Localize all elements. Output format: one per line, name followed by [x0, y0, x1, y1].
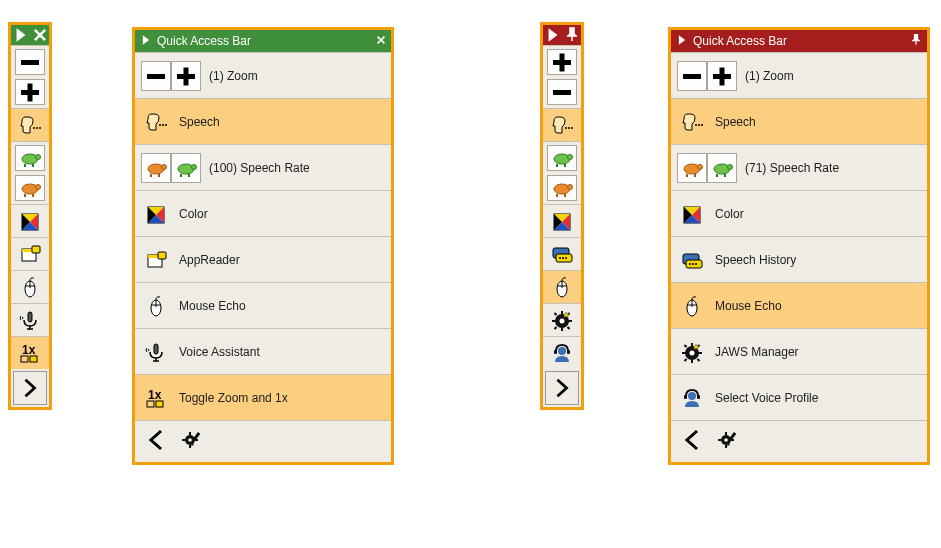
panel-row-speech-rate[interactable]: (100) Speech Rate — [135, 144, 391, 190]
turtle-orange-icon[interactable] — [15, 175, 45, 201]
appreader-icon[interactable] — [15, 241, 45, 267]
nav-back-button[interactable] — [681, 429, 703, 454]
turtle-green-icon[interactable] — [171, 153, 201, 183]
mouse-icon[interactable] — [677, 291, 707, 321]
panel-row-label: Select Voice Profile — [715, 391, 818, 405]
vbar-item-mouse-echo[interactable] — [11, 270, 49, 303]
panel-row-label: Color — [179, 207, 208, 221]
minus-icon[interactable] — [15, 49, 45, 75]
mouse-icon[interactable] — [141, 291, 171, 321]
gear-star-icon[interactable] — [547, 307, 577, 333]
panel-row-voice-assistant[interactable]: Voice Assistant — [135, 328, 391, 374]
nav-back-button[interactable] — [145, 429, 167, 454]
vbar-item-speech-rate[interactable] — [11, 141, 49, 204]
panel-row-speech[interactable]: Speech — [135, 98, 391, 144]
expand-arrow-icon[interactable] — [543, 25, 563, 45]
pin-icon[interactable] — [563, 25, 581, 45]
panel-row-mouse-echo[interactable]: Mouse Echo — [671, 282, 927, 328]
panel-header: Quick Access Bar — [671, 30, 927, 52]
mouse-icon[interactable] — [547, 274, 577, 300]
mouse-icon[interactable] — [15, 274, 45, 300]
one-x-icon[interactable] — [15, 340, 45, 366]
appreader-icon[interactable] — [141, 245, 171, 275]
turtle-green-icon[interactable] — [707, 153, 737, 183]
panel-row-label: Speech History — [715, 253, 796, 267]
person-headset-icon[interactable] — [547, 340, 577, 366]
quick-access-vertical-bar-left — [8, 22, 52, 410]
vbar-item-speech-rate[interactable] — [543, 141, 581, 204]
panel-row-zoom[interactable]: (1) Zoom — [671, 52, 927, 98]
plus-icon[interactable] — [547, 49, 577, 75]
quick-access-panel-right: Quick Access Bar (1) ZoomSpeech(71) Spee… — [668, 27, 930, 465]
turtle-green-icon[interactable] — [547, 145, 577, 171]
panel-row-speech[interactable]: Speech — [671, 98, 927, 144]
quick-access-vertical-bar-right — [540, 22, 584, 410]
vbar-item-zoom[interactable] — [543, 45, 581, 108]
panel-row-color[interactable]: Color — [135, 190, 391, 236]
expand-arrow-icon[interactable] — [11, 25, 31, 45]
one-x-icon[interactable] — [141, 383, 171, 413]
panel-logo-icon — [675, 33, 689, 50]
panel-row-label: Speech — [715, 115, 756, 129]
panel-row-appreader[interactable]: AppReader — [135, 236, 391, 282]
minus-icon[interactable] — [677, 61, 707, 91]
turtle-orange-icon[interactable] — [677, 153, 707, 183]
mic-icon[interactable] — [15, 307, 45, 333]
panel-row-label: Toggle Zoom and 1x — [179, 391, 288, 405]
head-speaking-icon[interactable] — [15, 112, 45, 138]
person-headset-icon[interactable] — [677, 383, 707, 413]
panel-row-color[interactable]: Color — [671, 190, 927, 236]
turtle-orange-icon[interactable] — [141, 153, 171, 183]
plus-icon[interactable] — [707, 61, 737, 91]
vbar-item-voice-profile[interactable] — [543, 336, 581, 369]
panel-row-voice-profile[interactable]: Select Voice Profile — [671, 374, 927, 420]
vbar-item-zoom[interactable] — [11, 45, 49, 108]
vbar-item-appreader[interactable] — [11, 237, 49, 270]
gear-star-icon[interactable] — [677, 337, 707, 367]
turtle-green-icon[interactable] — [15, 145, 45, 171]
panel-row-label: Voice Assistant — [179, 345, 260, 359]
color-wheel-icon[interactable] — [547, 208, 577, 234]
vbar-item-voice-assistant[interactable] — [11, 303, 49, 336]
panel-row-speech-rate[interactable]: (71) Speech Rate — [671, 144, 927, 190]
close-icon[interactable] — [375, 34, 387, 49]
panel-row-label: (71) Speech Rate — [745, 161, 839, 175]
panel-row-jaws-manager[interactable]: JAWS Manager — [671, 328, 927, 374]
turtle-orange-icon[interactable] — [547, 175, 577, 201]
speech-history-icon[interactable] — [547, 241, 577, 267]
speech-history-icon[interactable] — [677, 245, 707, 275]
close-icon[interactable] — [31, 25, 49, 45]
panel-row-speech-history[interactable]: Speech History — [671, 236, 927, 282]
panel-header: Quick Access Bar — [135, 30, 391, 52]
customize-icon[interactable] — [717, 429, 739, 454]
vbar-item-color[interactable] — [543, 204, 581, 237]
minus-icon[interactable] — [141, 61, 171, 91]
vbar-item-color[interactable] — [11, 204, 49, 237]
vbar-item-speech[interactable] — [11, 108, 49, 141]
plus-icon[interactable] — [171, 61, 201, 91]
color-wheel-icon[interactable] — [677, 199, 707, 229]
head-speaking-icon[interactable] — [547, 112, 577, 138]
vbar-item-toggle-zoom[interactable] — [11, 336, 49, 369]
vbar-item-mouse-echo[interactable] — [543, 270, 581, 303]
head-speaking-icon[interactable] — [141, 107, 171, 137]
minus-icon[interactable] — [547, 79, 577, 105]
panel-row-mouse-echo[interactable]: Mouse Echo — [135, 282, 391, 328]
panel-nav — [135, 420, 391, 462]
panel-row-label: Mouse Echo — [715, 299, 782, 313]
panel-row-toggle-zoom[interactable]: Toggle Zoom and 1x — [135, 374, 391, 420]
plus-icon[interactable] — [15, 79, 45, 105]
pin-icon[interactable] — [909, 33, 923, 50]
vbar-item-speech-history[interactable] — [543, 237, 581, 270]
mic-icon[interactable] — [141, 337, 171, 367]
color-wheel-icon[interactable] — [141, 199, 171, 229]
nav-next-button[interactable] — [13, 371, 47, 405]
vbar-header — [11, 25, 49, 45]
head-speaking-icon[interactable] — [677, 107, 707, 137]
color-wheel-icon[interactable] — [15, 208, 45, 234]
vbar-item-speech[interactable] — [543, 108, 581, 141]
customize-icon[interactable] — [181, 429, 203, 454]
nav-next-button[interactable] — [545, 371, 579, 405]
vbar-item-jaws-manager[interactable] — [543, 303, 581, 336]
panel-row-zoom[interactable]: (1) Zoom — [135, 52, 391, 98]
